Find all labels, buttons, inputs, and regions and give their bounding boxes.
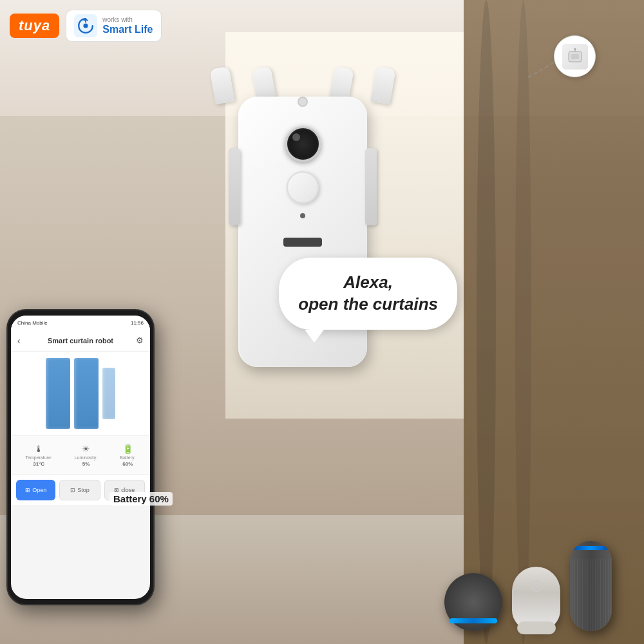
- robot-button[interactable]: [287, 171, 319, 204]
- tuya-logo: tuya: [10, 14, 59, 38]
- temperature-icon: 🌡: [34, 444, 43, 454]
- speaker-echo-dot: [444, 573, 502, 631]
- robot-charging-slot: [283, 238, 322, 247]
- lum-label: Luminosity:: [75, 455, 97, 460]
- smart-life-text: works with Smart Life: [102, 16, 153, 35]
- gear-icon[interactable]: ⚙: [136, 336, 144, 345]
- stat-luminosity: ☀ Luminosity: 5%: [75, 444, 97, 467]
- speech-line2: open the curtains: [298, 294, 438, 316]
- phone-status-bar: China Mobile 11:56: [11, 316, 150, 330]
- robot-arm-right2: [370, 66, 395, 104]
- google-home-icon: [527, 576, 546, 596]
- brand-badges: tuya works with Smart Life: [10, 10, 162, 42]
- receiver-inner: [562, 44, 588, 70]
- curtain-panel-3: [102, 368, 115, 419]
- stop-label: Stop: [77, 487, 90, 493]
- lum-value: 5%: [82, 461, 90, 467]
- curtain-panel-2: [74, 358, 99, 429]
- bat-label: Battery:: [120, 455, 135, 460]
- speaker-echo-tall: [570, 541, 612, 631]
- stats-row: 🌡 Temperature: 31°C ☀ Luminosity: 5% 🔋 B…: [11, 435, 150, 474]
- phone-screen: China Mobile 11:56 ‹ Smart curtain robot…: [11, 316, 150, 599]
- robot-side-grip-left: [229, 148, 240, 225]
- temp-label: Temperature:: [26, 455, 52, 460]
- stop-icon: ⊡: [70, 487, 75, 493]
- curtain-panel-1: [46, 358, 70, 429]
- luminosity-icon: ☀: [82, 444, 90, 454]
- speakers-group: [444, 541, 612, 631]
- works-with-label: works with: [102, 16, 153, 24]
- robot-arm-left: [209, 66, 234, 104]
- stat-battery: 🔋 Battery: 60%: [120, 444, 135, 467]
- temp-value: 31°C: [33, 461, 44, 467]
- battery-icon: 🔋: [122, 444, 133, 454]
- speech-text: Alexa, open the curtains: [298, 272, 438, 316]
- open-button[interactable]: ⊞ Open: [16, 480, 55, 500]
- svg-rect-3: [571, 54, 579, 59]
- stop-button[interactable]: ⊡ Stop: [59, 480, 100, 500]
- robot-side-grip-right: [365, 148, 377, 225]
- curtain-robot-device: [225, 90, 380, 399]
- svg-point-5: [574, 48, 576, 50]
- phone: China Mobile 11:56 ‹ Smart curtain robot…: [6, 309, 155, 605]
- google-base: [517, 621, 556, 634]
- back-icon[interactable]: ‹: [17, 336, 21, 346]
- speaker-google-home: [512, 567, 560, 631]
- bat-value: 60%: [122, 461, 133, 467]
- smart-life-brand-label: Smart Life: [102, 24, 153, 35]
- phone-time: 11:56: [131, 320, 144, 326]
- curtain-preview: [11, 352, 150, 435]
- receiver-icon: [566, 48, 584, 66]
- robot-camera: [285, 126, 321, 162]
- battery-label: Battery 60%: [109, 492, 173, 506]
- open-icon: ⊞: [25, 487, 30, 493]
- robot-dot: [300, 213, 305, 218]
- echo-tall-ring: [573, 546, 609, 550]
- smart-life-badge: works with Smart Life: [66, 10, 161, 42]
- battery-label-text: Battery 60%: [109, 492, 173, 506]
- app-title: Smart curtain robot: [48, 337, 113, 345]
- smart-life-icon: [74, 14, 97, 37]
- stat-temperature: 🌡 Temperature: 31°C: [26, 444, 52, 467]
- phone-carrier: China Mobile: [17, 320, 48, 326]
- app-header: ‹ Smart curtain robot ⚙: [11, 330, 150, 352]
- echo-tall-fabric: [570, 559, 612, 631]
- speech-line1: Alexa,: [298, 272, 438, 294]
- svg-point-8: [535, 584, 538, 588]
- svg-point-1: [84, 23, 88, 28]
- speech-bubble: Alexa, open the curtains: [279, 258, 457, 330]
- robot-top-circle: [298, 97, 308, 107]
- small-receiver: [554, 35, 596, 77]
- echo-ring: [450, 618, 497, 623]
- open-label: Open: [32, 487, 46, 493]
